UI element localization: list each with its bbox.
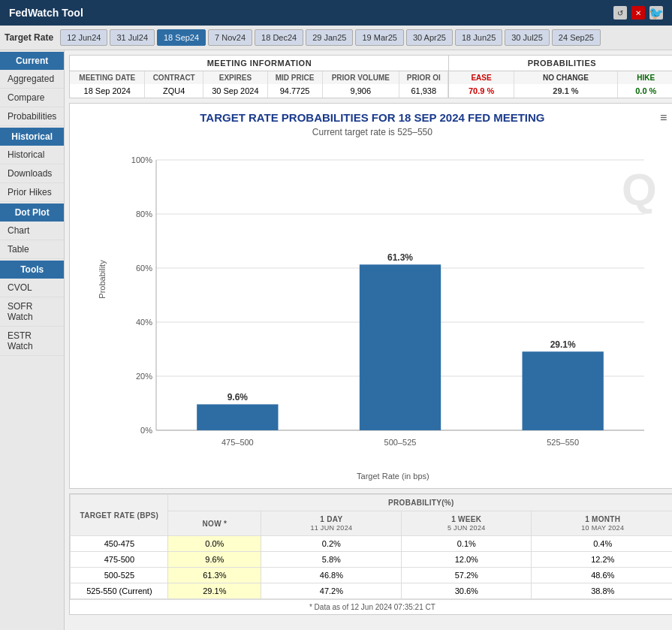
meeting-info-section: MEETING INFORMATION MEETING DATECONTRACT…	[70, 56, 449, 98]
meeting-cell: 94.7725	[267, 84, 322, 98]
tab-18dec24[interactable]: 18 Dec24	[255, 29, 303, 46]
meeting-cell: 9,906	[322, 84, 399, 98]
table-row: 500-52561.3%46.8%57.2%48.6%	[71, 568, 672, 583]
svg-text:100%: 100%	[131, 155, 152, 164]
tab-7nov24[interactable]: 7 Nov24	[208, 29, 252, 46]
meeting-cell: 18 Sep 2024	[70, 84, 144, 98]
sidebar-item-probabilities[interactable]: Probabilities	[0, 107, 64, 126]
x-label-2: 525–550	[547, 438, 580, 447]
sidebar-item-historical[interactable]: Historical	[0, 146, 64, 164]
sidebar-item-aggregated[interactable]: Aggregated	[0, 70, 64, 89]
settings-icon[interactable]: ✕	[631, 6, 645, 20]
sub-header-0: NOW *	[168, 511, 261, 536]
prob-value-cell: 57.2%	[402, 568, 532, 583]
probability-table: TARGET RATE (BPS)PROBABILITY(%)NOW *1 DA…	[70, 494, 672, 599]
prob-value-cell: 0.4%	[532, 536, 672, 552]
tab-30jul25[interactable]: 30 Jul25	[505, 29, 550, 46]
chart-subtitle: Current target rate is 525–550	[77, 127, 667, 137]
tab-bar-label: Target Rate	[5, 32, 53, 43]
prob-value-cell: 0.2%	[261, 536, 402, 552]
svg-text:80%: 80%	[136, 209, 152, 219]
prob-value-cell: 47.2%	[261, 583, 402, 599]
tab-29jan25[interactable]: 29 Jan25	[306, 29, 353, 46]
sidebar-section-current[interactable]: Current	[0, 52, 64, 70]
sidebar-item-chart[interactable]: Chart	[0, 222, 64, 240]
sidebar-section-tools[interactable]: Tools	[0, 261, 64, 279]
bottom-header-rate: TARGET RATE (BPS)	[71, 495, 168, 536]
meeting-top: MEETING INFORMATION MEETING DATECONTRACT…	[70, 56, 672, 98]
bar-475–500	[197, 404, 279, 430]
bar-525–550	[523, 351, 604, 430]
sidebar: CurrentAggregatedCompareProbabilitiesHis…	[0, 50, 65, 630]
meeting-header-meeting-date: MEETING DATE	[70, 71, 144, 84]
header-icons: ↺ ✕ 🐦	[613, 6, 663, 20]
rate-cell: 525-550 (Current)	[71, 583, 168, 599]
prob-value-cell: 5.8%	[261, 552, 402, 568]
tab-18jun25[interactable]: 18 Jun25	[455, 29, 502, 46]
prob-cell: 70.9 %	[449, 84, 514, 98]
prob-header-hike: HIKE	[618, 71, 672, 84]
svg-text:40%: 40%	[136, 318, 152, 327]
probabilities-title: PROBABILITIES	[449, 56, 672, 71]
bar-500–525	[360, 264, 441, 430]
tab-31jul24[interactable]: 31 Jul24	[110, 29, 155, 46]
sidebar-item-prior-hikes[interactable]: Prior Hikes	[0, 183, 64, 202]
sidebar-item-table[interactable]: Table	[0, 240, 64, 259]
app-title: FedWatch Tool	[9, 7, 83, 19]
sidebar-item-sofr-watch[interactable]: SOFR Watch	[0, 297, 64, 327]
prob-header-no-change: NO CHANGE	[514, 71, 617, 84]
bottom-header-probability: PROBABILITY(%)	[168, 495, 672, 511]
meeting-header-contract: CONTRACT	[145, 71, 203, 84]
svg-text:60%: 60%	[136, 264, 152, 273]
x-label-0: 475–500	[221, 438, 254, 447]
x-axis-label: Target Rate (in bps)	[119, 472, 667, 481]
sidebar-section-historical[interactable]: Historical	[0, 128, 64, 146]
bar-label-1: 61.3%	[387, 252, 413, 263]
meeting-info-title: MEETING INFORMATION	[70, 56, 448, 71]
svg-text:20%: 20%	[136, 372, 152, 381]
tab-30apr25[interactable]: 30 Apr25	[406, 29, 453, 46]
svg-text:0%: 0%	[140, 426, 152, 435]
tab-19mar25[interactable]: 19 Mar25	[355, 29, 403, 46]
tab-18sep24[interactable]: 18 Sep24	[157, 29, 206, 46]
meeting-cell: ZQU4	[145, 84, 203, 98]
sub-header-2: 1 WEEK5 JUN 2024	[402, 511, 532, 536]
bar-chart-svg: 0%20%40%60%80%100%9.6%475–50061.3%500–52…	[119, 145, 667, 468]
sub-header-1: 1 DAY11 JUN 2024	[261, 511, 402, 536]
chart-menu-icon[interactable]: ≡	[660, 111, 667, 125]
rate-cell: 450-475	[71, 536, 168, 552]
sidebar-section-dot-plot[interactable]: Dot Plot	[0, 203, 64, 222]
prob-value-cell: 0.1%	[402, 536, 532, 552]
prob-value-cell: 46.8%	[261, 568, 402, 583]
sidebar-item-estr-watch[interactable]: ESTR Watch	[0, 327, 64, 356]
tab-12jun24[interactable]: 12 Jun24	[60, 29, 107, 46]
tabs-container: 12 Jun2431 Jul2418 Sep247 Nov2418 Dec242…	[60, 29, 601, 46]
sidebar-item-cvol[interactable]: CVOL	[0, 279, 64, 297]
meeting-header-mid-price: MID PRICE	[267, 71, 322, 84]
meeting-cell: 30 Sep 2024	[203, 84, 267, 98]
meeting-header-expires: EXPIRES	[203, 71, 267, 84]
chart-title: TARGET RATE PROBABILITIES FOR 18 SEP 202…	[77, 111, 667, 124]
bar-label-0: 9.6%	[228, 392, 249, 402]
prob-value-cell: 12.2%	[532, 552, 672, 568]
prob-header-ease: EASE	[449, 71, 514, 84]
tab-bar: Target Rate 12 Jun2431 Jul2418 Sep247 No…	[0, 26, 672, 50]
prob-value-cell: 61.3%	[168, 568, 261, 583]
prob-value-cell: 9.6%	[168, 552, 261, 568]
prob-value-cell: 12.0%	[402, 552, 532, 568]
sidebar-item-downloads[interactable]: Downloads	[0, 164, 64, 183]
sidebar-item-compare[interactable]: Compare	[0, 89, 64, 107]
footer-note: * Data as of 12 Jun 2024 07:35:21 CT	[70, 599, 672, 614]
chart-container: Probability 0%20%40%60%80%100%9.6%475–50…	[77, 145, 667, 481]
app-header: FedWatch Tool ↺ ✕ 🐦	[0, 0, 672, 26]
bar-label-2: 29.1%	[550, 339, 576, 350]
meeting-table: MEETING DATECONTRACTEXPIRESMID PRICEPRIO…	[70, 71, 448, 98]
refresh-icon[interactable]: ↺	[613, 6, 627, 20]
sub-header-3: 1 MONTH10 MAY 2024	[532, 511, 672, 536]
table-row: 475-5009.6%5.8%12.0%12.2%	[71, 552, 672, 568]
y-axis-label: Probability	[98, 261, 107, 299]
tab-24sep25[interactable]: 24 Sep25	[552, 29, 601, 46]
twitter-icon[interactable]: 🐦	[649, 6, 663, 20]
chart-panel: ≡ TARGET RATE PROBABILITIES FOR 18 SEP 2…	[69, 103, 672, 489]
x-label-1: 500–525	[384, 438, 417, 447]
